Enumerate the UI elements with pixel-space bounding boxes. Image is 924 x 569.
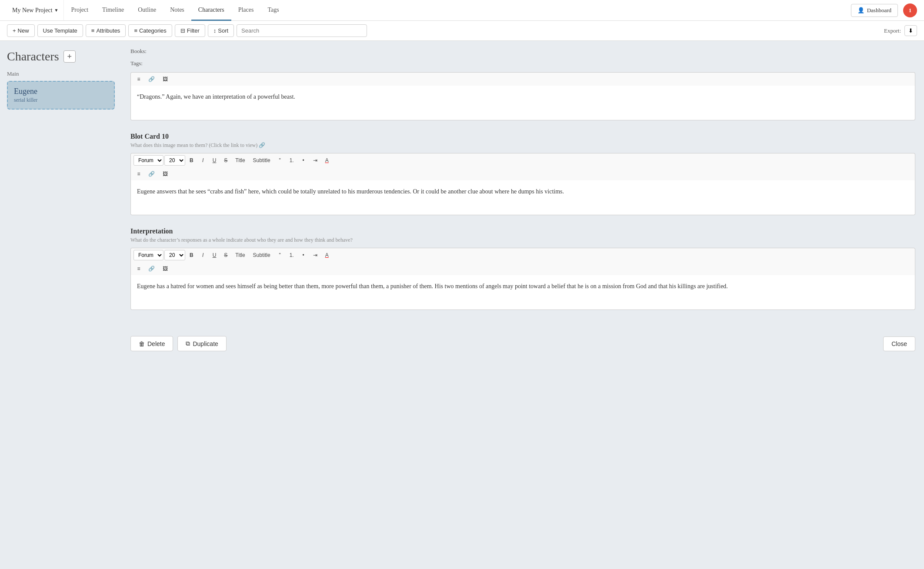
tab-timeline[interactable]: Timeline [95,0,131,21]
interpretation-subtitle: What do the character’s responses as a w… [130,237,915,243]
dashboard-button[interactable]: 👤 Dashboard [851,4,898,17]
export-label: Export: [884,27,901,34]
sort-button[interactable]: ↕ Sort [208,24,234,37]
tab-characters[interactable]: Characters [191,0,231,21]
font-select-blot10[interactable]: Forum [133,155,163,166]
indent-btn-interp[interactable]: ⇥ [310,250,321,260]
dashboard-label: Dashboard [867,7,891,14]
meta-tags-row: Tags: [130,60,915,67]
attributes-label: Attributes [96,27,120,34]
tab-places[interactable]: Places [231,0,261,21]
use-template-button[interactable]: Use Template [37,24,83,37]
new-label: New [18,27,29,34]
underline-btn-blot10[interactable]: U [209,156,220,165]
above-toolbar-row1: ≡ 🔗 🖼 [130,72,915,86]
link-btn-blot10[interactable]: 🔗 [145,169,158,179]
strike-btn-blot10[interactable]: S [220,156,231,165]
unordered-list-btn-blot10[interactable]: • [298,156,309,165]
bottom-actions: 🗑 Delete ⧉ Duplicate Close [122,329,924,358]
main-toolbar: + New Use Template ≡ Attributes ≡ Catego… [0,21,924,41]
sidebar: Characters + Main Eugene serial killer [0,41,122,568]
close-label: Close [891,340,907,347]
indent-btn-blot10[interactable]: ⇥ [310,156,321,165]
plus-icon: + [67,52,72,61]
align-btn-blot10[interactable]: ≡ [133,169,144,179]
character-card[interactable]: Eugene serial killer [7,81,115,110]
above-link-btn[interactable]: 🔗 [145,74,158,84]
delete-button[interactable]: 🗑 Delete [130,336,173,351]
main-layout: Characters + Main Eugene serial killer B… [0,41,924,568]
underline-btn-interp[interactable]: U [209,250,220,260]
close-button[interactable]: Close [883,336,915,351]
categories-button[interactable]: ≡ Categories [128,24,172,37]
title-btn-blot10[interactable]: Title [232,156,248,165]
subtitle-btn-blot10[interactable]: Subtitle [250,156,274,165]
italic-btn-interp[interactable]: I [198,250,208,260]
tab-tags[interactable]: Tags [260,0,286,21]
sort-label: Sort [218,27,228,34]
link-icon-inline: 🔗 [259,142,265,148]
font-color-btn-blot10[interactable]: A [322,156,332,165]
sidebar-title: Characters + [7,50,115,63]
blot-card-10-content[interactable]: Eugene answers that he sees “crabs and f… [130,180,915,215]
notification-count: 1 [909,7,912,14]
copy-icon: ⧉ [186,340,190,347]
align-btn-interp[interactable]: ≡ [133,264,144,273]
interpretation-toolbar-row2: ≡ 🔗 🖼 [130,262,915,275]
size-select-interp[interactable]: 20 [164,250,185,260]
interpretation-content[interactable]: Eugene has a hatred for women and sees h… [130,275,915,310]
duplicate-button[interactable]: ⧉ Duplicate [177,336,226,351]
bold-btn-blot10[interactable]: B [186,156,197,165]
tab-outline[interactable]: Outline [131,0,163,21]
strike-btn-interp[interactable]: S [220,250,231,260]
books-label: Books: [130,48,152,55]
sort-icon: ↕ [213,27,217,34]
section-label: Main [7,70,115,77]
tags-label: Tags: [130,60,152,67]
sidebar-heading: Characters [7,50,59,63]
size-select-blot10[interactable]: 20 [164,155,185,166]
export-area: Export: ⬇ [884,25,917,36]
delete-label: Delete [147,340,165,347]
interpretation-block: Interpretation What do the character’s r… [130,227,915,310]
notification-button[interactable]: 1 [903,3,917,17]
bold-btn-interp[interactable]: B [186,250,197,260]
above-align-btn[interactable]: ≡ [133,74,144,84]
subtitle-btn-interp[interactable]: Subtitle [250,250,274,260]
trash-icon: 🗑 [139,340,145,347]
project-dropdown[interactable]: My New Project ▼ [7,0,64,20]
font-color-btn-interp[interactable]: A [322,250,332,260]
font-select-interp[interactable]: Forum [133,250,163,260]
unordered-list-btn-interp[interactable]: • [298,250,309,260]
tab-notes[interactable]: Notes [163,0,191,21]
add-character-button[interactable]: + [63,50,76,63]
ordered-list-btn-interp[interactable]: 1. [286,250,297,260]
top-nav: My New Project ▼ Project Timeline Outlin… [0,0,924,21]
image-btn-blot10[interactable]: 🖼 [159,169,171,179]
title-btn-interp[interactable]: Title [232,250,248,260]
italic-btn-blot10[interactable]: I [198,156,208,165]
image-btn-interp[interactable]: 🖼 [159,264,171,273]
character-subtitle: serial killer [14,97,108,103]
export-icon: ⬇ [908,27,913,34]
attributes-button[interactable]: ≡ Attributes [86,24,126,37]
categories-icon: ≡ [134,27,137,34]
export-button[interactable]: ⬇ [904,25,917,36]
above-blot-content[interactable]: “Dragons.” Again, we have an interpretat… [130,86,915,120]
left-actions: 🗑 Delete ⧉ Duplicate [130,336,227,351]
nav-tabs: Project Timeline Outline Notes Character… [64,0,851,20]
quote-btn-blot10[interactable]: " [275,156,285,165]
dropdown-arrow: ▼ [54,8,59,13]
blot-card-10-title: Blot Card 10 [130,133,915,140]
tab-project[interactable]: Project [64,0,95,21]
search-input[interactable] [237,24,367,37]
quote-btn-interp[interactable]: " [275,250,285,260]
blot-card-10-toolbar-row1: Forum 20 B I U S Title Subtitle " 1. • ⇥… [130,153,915,167]
new-button[interactable]: + New [7,24,35,37]
above-image-btn[interactable]: 🖼 [159,74,171,84]
blot-card-10-subtitle: What does this image mean to them? (Clic… [130,142,915,149]
link-btn-interp[interactable]: 🔗 [145,264,158,273]
ordered-list-btn-blot10[interactable]: 1. [286,156,297,165]
filter-button[interactable]: ⊟ Filter [175,24,205,37]
person-icon: 👤 [857,7,864,14]
